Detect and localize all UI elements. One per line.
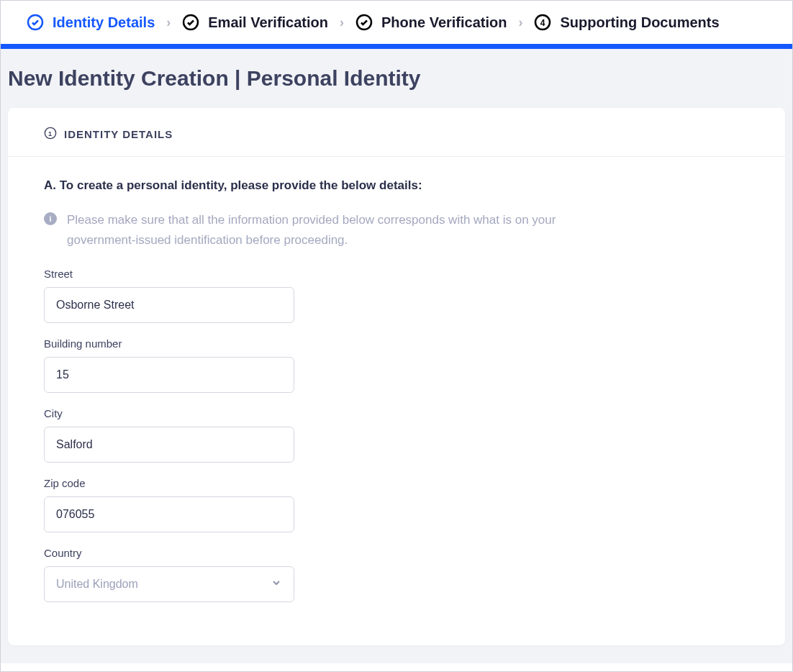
country-select[interactable]: United Kingdom: [44, 566, 294, 602]
step-number-icon: 4: [534, 14, 551, 31]
zip-input[interactable]: [44, 496, 294, 532]
building-input[interactable]: [44, 357, 294, 393]
step-email-verification[interactable]: Email Verification: [182, 14, 328, 31]
check-circle-icon: [182, 14, 199, 31]
step-supporting-documents[interactable]: 4 Supporting Documents: [534, 14, 719, 31]
step-label: Phone Verification: [381, 14, 507, 31]
page-title: New Identity Creation | Personal Identit…: [1, 49, 792, 108]
city-label: City: [44, 407, 749, 419]
chevron-right-icon: ›: [340, 15, 344, 30]
street-input[interactable]: [44, 287, 294, 323]
building-label: Building number: [44, 337, 749, 350]
circled-one-icon: 1: [44, 127, 57, 142]
identity-details-card: 1 IDENTITY DETAILS A. To create a person…: [8, 108, 785, 645]
zip-label: Zip code: [44, 477, 749, 489]
info-text: Please make sure that all the informatio…: [67, 210, 556, 250]
chevron-right-icon: ›: [518, 15, 522, 30]
svg-text:4: 4: [540, 18, 545, 28]
step-phone-verification[interactable]: Phone Verification: [355, 14, 507, 31]
step-label: Email Verification: [208, 14, 328, 31]
svg-text:1: 1: [48, 130, 53, 137]
chevron-down-icon: [271, 577, 282, 591]
step-label: Supporting Documents: [560, 14, 719, 31]
step-identity-details[interactable]: Identity Details: [27, 14, 155, 31]
wizard-stepper: Identity Details › Email Verification › …: [1, 1, 792, 44]
check-circle-icon: [355, 14, 373, 31]
info-callout: i Please make sure that all the informat…: [44, 210, 749, 250]
country-selected-value: United Kingdom: [56, 578, 138, 591]
city-input[interactable]: [44, 427, 294, 463]
chevron-right-icon: ›: [166, 15, 171, 30]
info-icon: i: [44, 212, 57, 225]
progress-bar: [1, 44, 792, 49]
card-header: 1 IDENTITY DETAILS: [8, 108, 785, 157]
country-label: Country: [44, 547, 749, 559]
street-label: Street: [44, 268, 749, 280]
check-circle-icon: [27, 14, 44, 31]
step-label: Identity Details: [53, 14, 155, 31]
section-intro: A. To create a personal identity, please…: [44, 178, 749, 193]
card-header-label: IDENTITY DETAILS: [64, 128, 173, 140]
